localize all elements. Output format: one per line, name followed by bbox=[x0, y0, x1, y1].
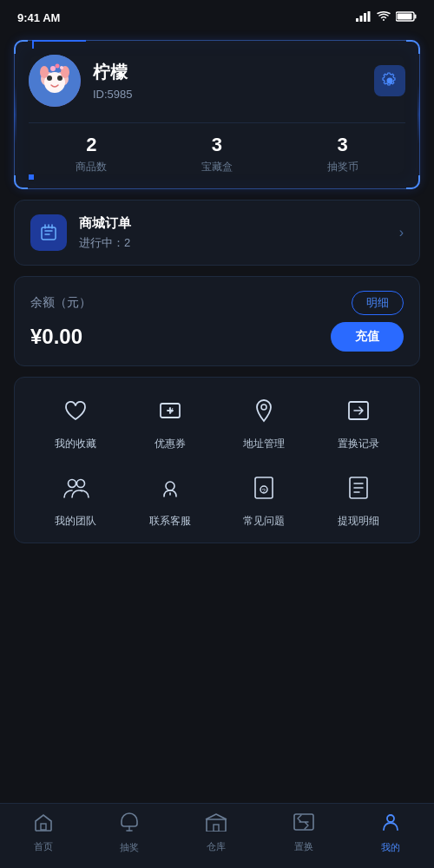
side-deco-left bbox=[14, 85, 16, 144]
exchange-icon bbox=[339, 391, 378, 430]
team-label: 我的团队 bbox=[55, 514, 96, 529]
nav-warehouse[interactable]: 仓库 bbox=[191, 809, 241, 857]
menu-service[interactable]: 联系客服 bbox=[123, 469, 218, 529]
withdraw-label: 提现明细 bbox=[338, 514, 379, 529]
svg-point-11 bbox=[47, 76, 52, 81]
svg-rect-1 bbox=[360, 16, 363, 22]
svg-rect-33 bbox=[214, 825, 219, 832]
svg-rect-2 bbox=[364, 13, 366, 22]
balance-amount: ¥0.00 bbox=[30, 325, 82, 349]
menu-coupon[interactable]: ¥ 优惠券 bbox=[123, 391, 218, 451]
svg-point-24 bbox=[77, 480, 85, 488]
profile-id: ID:5985 bbox=[93, 88, 362, 101]
avatar bbox=[29, 55, 81, 107]
svg-rect-0 bbox=[356, 18, 358, 22]
svg-rect-3 bbox=[368, 11, 371, 22]
menu-address[interactable]: 地址管理 bbox=[217, 391, 312, 451]
order-card[interactable]: 商城订单 进行中：2 › bbox=[14, 200, 420, 266]
menu-favorites[interactable]: 我的收藏 bbox=[29, 391, 123, 451]
battery-icon bbox=[396, 11, 417, 24]
wifi-icon bbox=[377, 11, 391, 24]
stat-box-value: 3 bbox=[212, 134, 222, 156]
menu-team[interactable]: 我的团队 bbox=[29, 469, 123, 529]
signal-icon bbox=[356, 11, 372, 24]
nav-home-label: 首页 bbox=[34, 840, 53, 853]
svg-point-17 bbox=[60, 66, 63, 69]
nav-exchange[interactable]: 置换 bbox=[279, 809, 329, 857]
menu-exchange[interactable]: 置换记录 bbox=[312, 391, 406, 451]
stat-box: 3 宝藏盒 bbox=[201, 134, 233, 174]
svg-rect-6 bbox=[398, 13, 412, 19]
quick-menu: 我的收藏 ¥ 优惠券 bbox=[14, 377, 420, 543]
coupon-label: 优惠券 bbox=[155, 437, 186, 451]
nav-mine-label: 我的 bbox=[381, 841, 400, 854]
order-title: 商城订单 bbox=[79, 215, 387, 232]
corner-bl bbox=[14, 175, 28, 189]
svg-point-23 bbox=[69, 480, 76, 488]
stat-goods: 2 商品数 bbox=[76, 134, 107, 174]
withdraw-icon bbox=[339, 469, 378, 507]
main-content: 柠檬 ID:5985 2 商品数 3 宝藏盒 3 抽奖币 bbox=[0, 31, 434, 552]
profile-card: 柠檬 ID:5985 2 商品数 3 宝藏盒 3 抽奖币 bbox=[14, 40, 420, 189]
svg-point-16 bbox=[56, 64, 60, 69]
menu-faq[interactable]: ? 常见问题 bbox=[217, 469, 312, 529]
bottom-nav: 首页 抽奖 仓库 置换 bbox=[0, 803, 434, 868]
nav-lottery[interactable]: 抽奖 bbox=[105, 808, 154, 858]
favorites-icon bbox=[56, 391, 95, 430]
svg-point-25 bbox=[166, 482, 174, 490]
balance-row: ¥0.00 充值 bbox=[30, 322, 404, 352]
profile-name: 柠檬 bbox=[93, 61, 362, 84]
stat-coins-label: 抽奖币 bbox=[327, 160, 358, 174]
nav-exchange-label: 置换 bbox=[294, 840, 313, 853]
order-icon bbox=[30, 214, 67, 251]
balance-title: 余额（元） bbox=[30, 295, 91, 311]
svg-text:¥: ¥ bbox=[168, 406, 174, 415]
address-icon bbox=[245, 391, 283, 430]
menu-grid: 我的收藏 ¥ 优惠券 bbox=[29, 391, 405, 529]
balance-header: 余额（元） 明细 bbox=[30, 291, 404, 315]
nav-mine[interactable]: 我的 bbox=[366, 808, 415, 858]
faq-icon: ? bbox=[245, 469, 283, 507]
exchange-label: 置换记录 bbox=[338, 437, 379, 451]
svg-rect-31 bbox=[41, 824, 46, 830]
favorites-label: 我的收藏 bbox=[55, 437, 96, 451]
stat-coins: 3 抽奖币 bbox=[327, 134, 358, 174]
order-status: 进行中：2 bbox=[79, 235, 387, 251]
svg-rect-5 bbox=[415, 14, 417, 18]
svg-point-35 bbox=[387, 815, 394, 822]
corner-br bbox=[406, 175, 420, 189]
order-arrow-icon: › bbox=[399, 225, 404, 240]
time: 9:41 AM bbox=[17, 11, 60, 24]
svg-rect-32 bbox=[207, 819, 226, 832]
service-icon bbox=[151, 469, 189, 507]
svg-point-13 bbox=[40, 66, 49, 78]
stat-box-label: 宝藏盒 bbox=[201, 160, 233, 174]
stat-goods-value: 2 bbox=[86, 134, 96, 156]
detail-button[interactable]: 明细 bbox=[352, 291, 404, 315]
nav-warehouse-label: 仓库 bbox=[207, 840, 226, 853]
nav-exchange-icon bbox=[293, 812, 315, 837]
nav-home[interactable]: 首页 bbox=[19, 809, 68, 857]
corner-tr bbox=[406, 40, 420, 54]
svg-text:?: ? bbox=[262, 487, 266, 495]
profile-top: 柠檬 ID:5985 bbox=[29, 55, 405, 107]
svg-point-21 bbox=[261, 404, 266, 410]
balance-card: 余额（元） 明细 ¥0.00 充值 bbox=[14, 276, 420, 366]
menu-withdraw[interactable]: 提现明细 bbox=[312, 469, 406, 529]
settings-button[interactable] bbox=[374, 65, 405, 96]
status-bar: 9:41 AM bbox=[0, 0, 434, 31]
svg-point-12 bbox=[57, 76, 62, 81]
address-label: 地址管理 bbox=[243, 437, 285, 451]
stat-coins-value: 3 bbox=[338, 134, 348, 156]
faq-label: 常见问题 bbox=[243, 514, 285, 529]
team-icon bbox=[56, 469, 95, 507]
side-deco-right bbox=[418, 85, 420, 144]
svg-rect-18 bbox=[42, 227, 56, 240]
mine-icon bbox=[380, 812, 401, 838]
status-icons bbox=[356, 11, 417, 24]
lottery-icon bbox=[119, 812, 140, 838]
svg-point-15 bbox=[50, 66, 56, 71]
nav-lottery-label: 抽奖 bbox=[120, 841, 139, 854]
recharge-button[interactable]: 充值 bbox=[331, 322, 404, 352]
corner-tl bbox=[14, 40, 28, 54]
